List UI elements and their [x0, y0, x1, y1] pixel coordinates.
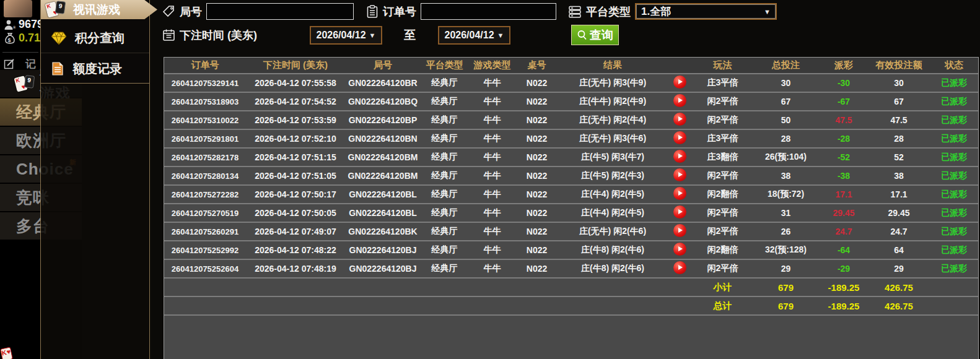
- cell-game: 牛牛: [468, 204, 516, 222]
- cell-result: 庄(牛牛) 闲2(牛9): [558, 92, 668, 111]
- platform-type-icon: [568, 5, 582, 19]
- grand-total-label: 总计: [692, 296, 753, 315]
- replay-play-icon[interactable]: [673, 205, 686, 218]
- cell-play: 庄3平倍: [692, 74, 753, 92]
- search-button-label: 查询: [590, 27, 613, 43]
- table-row: 2604120752821782026-04-12 07:51:15GN0222…: [164, 148, 979, 167]
- chevron-down-icon: ▼: [369, 32, 376, 39]
- column-header: 玩法: [692, 58, 753, 74]
- table-row: 2604120753100222026-04-12 07:53:59GN0222…: [164, 111, 979, 129]
- replay-play-icon[interactable]: [673, 94, 686, 107]
- cell-platform: 经典厅: [421, 241, 468, 259]
- table-row: 2604120752705192026-04-12 07:50:05GN0222…: [164, 204, 979, 222]
- subtotal-row: 小计 679 -189.25 426.75: [164, 278, 979, 296]
- cell-bet: 38: [753, 167, 818, 185]
- cell-result: 庄(无牛) 闲2(牛4): [558, 111, 668, 129]
- cell-table: N022: [516, 204, 558, 222]
- replay-play-icon[interactable]: [673, 243, 686, 256]
- cell-round: GN022264120BQ: [345, 92, 421, 111]
- replay-play-icon[interactable]: [673, 131, 686, 144]
- search-icon: [577, 30, 587, 40]
- menu-item-points-query[interactable]: 积分查询: [41, 24, 149, 53]
- cell-replay: [668, 129, 692, 148]
- spacer-cell: [929, 296, 979, 315]
- replay-play-icon[interactable]: [673, 76, 686, 89]
- cell-play: 庄3平倍: [692, 129, 753, 148]
- table-row: 2604120752801342026-04-12 07:51:05GN0222…: [164, 167, 979, 185]
- date-from-select[interactable]: 2026/04/12 ▼: [310, 26, 382, 45]
- cell-round: GN022264120BJ: [345, 259, 421, 278]
- cell-valid: 17.1: [869, 185, 929, 204]
- cell-valid: 38: [869, 167, 929, 185]
- cell-table: N022: [516, 241, 558, 259]
- table-row: 2604120753291412026-04-12 07:55:58GN0222…: [164, 74, 979, 92]
- cell-round: GN022264120BL: [345, 185, 421, 204]
- cell-status: 已派彩: [929, 74, 979, 92]
- document-icon: [51, 61, 64, 76]
- cell-status: 已派彩: [929, 185, 979, 204]
- diamond-icon: [51, 32, 67, 45]
- replay-play-icon[interactable]: [673, 187, 686, 200]
- cell-game: 牛牛: [468, 167, 516, 185]
- column-header: 局号: [345, 58, 421, 74]
- playing-cards-icon: K♥9: [46, 1, 68, 19]
- cell-bet: 50: [753, 111, 818, 129]
- note-shortcut[interactable]: 记: [4, 57, 36, 71]
- cell-replay: [668, 204, 692, 222]
- cell-play: 闲2翻倍: [692, 185, 753, 204]
- order-number-label: 订单号: [383, 4, 416, 19]
- tag-icon: [162, 5, 175, 18]
- cell-round: GN022264120BL: [345, 204, 421, 222]
- cell-valid: 24.7: [869, 222, 929, 241]
- replay-play-icon[interactable]: [673, 113, 686, 126]
- replay-play-icon[interactable]: [673, 150, 686, 163]
- avatar[interactable]: [4, 0, 32, 17]
- cell-game: 牛牛: [468, 111, 516, 129]
- divider: [2, 52, 38, 53]
- platform-type-label: 平台类型: [586, 4, 631, 19]
- cell-order: 260412075252992: [164, 241, 246, 259]
- round-number-input[interactable]: [206, 3, 354, 20]
- grand-total-payout: -189.25: [818, 296, 869, 315]
- cell-payout: -52: [818, 148, 869, 167]
- cell-result: 庄(牛8) 闲2(牛6): [558, 259, 668, 278]
- cell-time: 2026-04-12 07:52:10: [246, 129, 345, 148]
- cell-result: 庄(牛8) 闲2(牛6): [558, 241, 668, 259]
- balance-value: 0.71: [19, 32, 40, 45]
- table-row: 2604120752602912026-04-12 07:49:07GN0222…: [164, 222, 979, 241]
- cell-replay: [668, 259, 692, 278]
- column-header: [668, 58, 692, 74]
- replay-play-icon[interactable]: [673, 168, 686, 181]
- card-icon-fragment: K♥: [0, 347, 13, 359]
- order-number-input[interactable]: [421, 3, 556, 20]
- replay-play-icon[interactable]: [673, 261, 686, 274]
- cell-table: N022: [516, 222, 558, 241]
- cell-time: 2026-04-12 07:49:07: [246, 222, 345, 241]
- cell-order: 260412075329141: [164, 74, 246, 92]
- cell-bet: 29: [753, 259, 818, 278]
- cell-round: GN022264120BM: [345, 148, 421, 167]
- tab-label: 视讯游戏: [73, 2, 120, 18]
- cell-valid: 28: [869, 129, 929, 148]
- cell-time: 2026-04-12 07:50:17: [246, 185, 345, 204]
- spacer-cell: [164, 296, 692, 315]
- cell-table: N022: [516, 148, 558, 167]
- menu-item-credit-records[interactable]: 额度记录: [41, 54, 149, 84]
- replay-play-icon[interactable]: [673, 224, 686, 237]
- table-header-row: 订单号下注时间 (美东)局号平台类型游戏类型桌号结果玩法总投注派彩有效投注额状态: [164, 58, 979, 74]
- cell-payout: -64: [818, 241, 869, 259]
- tab-video-games[interactable]: K♥9 视讯游戏: [41, 0, 157, 19]
- cell-order: 260412075280134: [164, 167, 246, 185]
- video-games-menu-panel: K♥9 视讯游戏 积分查询 额度记录: [40, 0, 150, 359]
- cell-platform: 经典厅: [421, 222, 468, 241]
- cell-time: 2026-04-12 07:54:52: [246, 92, 345, 111]
- cell-payout: -38: [818, 167, 869, 185]
- search-button[interactable]: 查询: [571, 25, 619, 45]
- platform-type-select[interactable]: 1.全部 ▼: [635, 3, 777, 20]
- date-to-select[interactable]: 2026/04/12 ▼: [438, 26, 510, 45]
- cell-platform: 经典厅: [421, 129, 468, 148]
- cell-bet: 26(预:104): [753, 148, 818, 167]
- bet-time-label: 下注时间 (美东): [180, 28, 257, 43]
- cell-platform: 经典厅: [421, 204, 468, 222]
- bet-history-table: 订单号下注时间 (美东)局号平台类型游戏类型桌号结果玩法总投注派彩有效投注额状态…: [164, 57, 979, 359]
